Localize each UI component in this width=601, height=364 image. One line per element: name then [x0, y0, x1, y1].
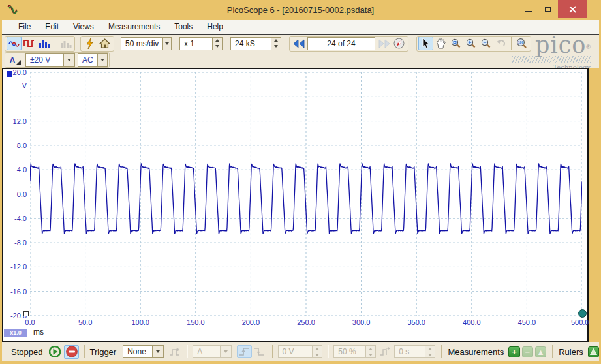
next-buffer-button[interactable]: [377, 37, 392, 50]
rulers-button[interactable]: [588, 346, 599, 357]
setup-group: [80, 36, 114, 52]
timebase-value: 50 ms/div: [121, 38, 162, 50]
menu-measurements[interactable]: Measurements: [101, 20, 167, 33]
spectrum-mode-button[interactable]: [37, 37, 52, 50]
menu-file[interactable]: File: [11, 20, 38, 33]
channel-range-select[interactable]: ±20 V: [25, 53, 75, 67]
x-axis-multiplier-badge: x1.0: [4, 329, 27, 337]
buffer-navigator-button[interactable]: [392, 37, 407, 50]
stop-icon: [66, 346, 78, 357]
rising-edge-icon: [239, 347, 249, 356]
waveform-plot[interactable]: [30, 72, 582, 316]
zoom-in-button[interactable]: [463, 37, 478, 50]
x-zoom-spinner[interactable]: [212, 38, 222, 50]
windowed-zoom-button[interactable]: [448, 37, 463, 50]
coupling-dropdown-button[interactable]: [97, 54, 107, 66]
channel-a-button[interactable]: A: [7, 53, 23, 67]
zoom-in-icon: [466, 38, 476, 48]
advanced-trigger-button[interactable]: [167, 345, 181, 359]
zoom-out-button[interactable]: [478, 37, 493, 50]
oscilloscope-mode-button[interactable]: [7, 37, 22, 50]
title-bar[interactable]: PicoScope 6 - [20160715-0002.psdata]: [0, 0, 601, 20]
x-tick-label: 0.0: [25, 318, 35, 326]
timebase-dropdown-button[interactable]: [162, 38, 171, 50]
y-tick-label: 4.0: [3, 166, 27, 174]
x-zoom-stepper[interactable]: x 1: [179, 37, 223, 50]
x-zoom-value: x 1: [180, 38, 212, 50]
x-tick-label: 300.0: [352, 318, 371, 326]
trigger-mode-dropdown-button[interactable]: [152, 346, 163, 357]
channel-options-arrow-icon: [16, 60, 21, 65]
x-tick-label: 500.0: [571, 318, 589, 326]
buffer-position-field[interactable]: 24 of 24: [307, 37, 375, 50]
add-measurement-button[interactable]: +: [508, 346, 519, 357]
trigger-threshold-stepper: 0 V: [278, 345, 323, 358]
double-arrow-right-icon: [378, 39, 390, 48]
menu-edit[interactable]: Edit: [38, 20, 66, 33]
x-tick-label: 50.0: [78, 318, 92, 326]
pretrigger-value: 50 %: [334, 346, 365, 357]
time-ruler-handle[interactable]: [578, 309, 587, 318]
stop-button[interactable]: [64, 345, 78, 359]
menu-bar: FileEditViewsMeasurementsToolsHelp: [2, 20, 599, 35]
hand-tool-button[interactable]: [433, 37, 448, 50]
x-tick-label: 200.0: [242, 318, 260, 326]
rising-edge-button: [237, 345, 252, 358]
channel-toolbar: A ±20 V AC: [2, 52, 599, 68]
channel-range-value: ±20 V: [26, 54, 63, 66]
menu-views[interactable]: Views: [66, 20, 101, 33]
go-button[interactable]: [48, 345, 62, 359]
auto-setup-button[interactable]: [82, 37, 97, 50]
maximize-button[interactable]: [538, 0, 558, 18]
delay-spinner: [425, 346, 435, 357]
picoscope-window: PicoScope 6 - [20160715-0002.psdata] Fil…: [0, 0, 601, 364]
undo-zoom-button[interactable]: [493, 37, 508, 50]
channel-a-group: A ±20 V AC: [5, 52, 110, 68]
persistence-mode-button[interactable]: [22, 37, 37, 50]
x-tick-label: 100.0: [131, 318, 149, 326]
samples-spinner[interactable]: [271, 38, 281, 50]
double-arrow-left-icon: [293, 39, 305, 48]
close-icon: [569, 6, 576, 13]
trigger-mode-select[interactable]: None: [123, 345, 164, 358]
y-tick-label: 0.0: [3, 190, 27, 199]
menu-help[interactable]: Help: [200, 20, 230, 33]
threshold-spinner: [312, 346, 322, 357]
statusbar-separator: [328, 345, 328, 358]
hand-icon: [436, 38, 446, 49]
previous-buffer-button[interactable]: [291, 37, 306, 50]
statusbar-separator: [84, 345, 85, 358]
lightning-icon: [85, 38, 94, 49]
y-axis-unit: V: [3, 82, 27, 89]
x-tick-label: 450.0: [518, 318, 536, 326]
post-trigger-delay-icon: [380, 347, 391, 356]
home-icon: [99, 38, 110, 48]
channel-a-label: A: [9, 55, 15, 65]
grid-lines: [30, 72, 582, 316]
zoom-out-icon: [481, 38, 491, 48]
persistence-mode-icon: [23, 39, 35, 48]
channel-coupling-select[interactable]: AC: [78, 53, 108, 67]
falling-edge-button: [252, 345, 267, 358]
scope-view[interactable]: 20.012.08.04.00.0-4.0-8.0-12.0-16.0-20.0…: [2, 68, 589, 342]
trigger-source-value: A: [193, 346, 219, 357]
spectrum-mode-icon: [39, 39, 50, 48]
samples-stepper[interactable]: 24 kS: [230, 37, 281, 50]
window-title: PicoScope 6 - [20160715-0002.psdata]: [0, 5, 601, 15]
x-tick-label: 150.0: [187, 318, 205, 326]
range-dropdown-button[interactable]: [63, 54, 74, 66]
remove-measurement-button: −: [522, 346, 533, 357]
alarms-mode-button[interactable]: [58, 37, 73, 50]
y-tick-label: -16.0: [3, 288, 27, 296]
normal-selection-button[interactable]: [418, 37, 433, 50]
minimize-button[interactable]: [519, 0, 538, 18]
voltage-ruler-handle[interactable]: [23, 311, 29, 316]
home-button[interactable]: [97, 37, 112, 50]
trigger-mode-value: None: [123, 346, 152, 357]
trigger-toolbar: Stopped Trigger None: [2, 342, 599, 361]
trigger-label: Trigger: [89, 347, 116, 357]
close-button[interactable]: [558, 0, 587, 18]
timebase-select[interactable]: 50 ms/div: [121, 37, 172, 50]
menu-tools[interactable]: Tools: [167, 20, 200, 33]
chevron-down-icon: [67, 59, 71, 61]
